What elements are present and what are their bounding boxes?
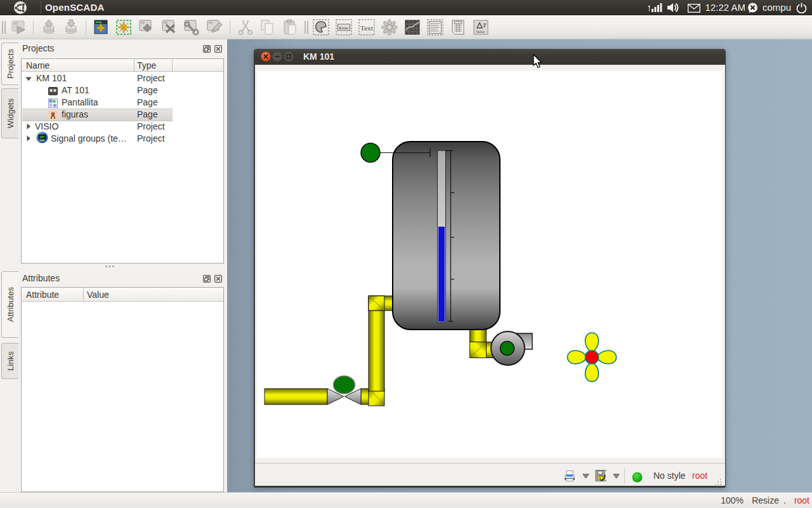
svg-text:Value: Value	[476, 29, 485, 34]
svg-text:Text: Text	[360, 24, 374, 32]
svg-text:Enter: Enter	[339, 25, 349, 30]
svg-text:T: T	[483, 22, 487, 29]
